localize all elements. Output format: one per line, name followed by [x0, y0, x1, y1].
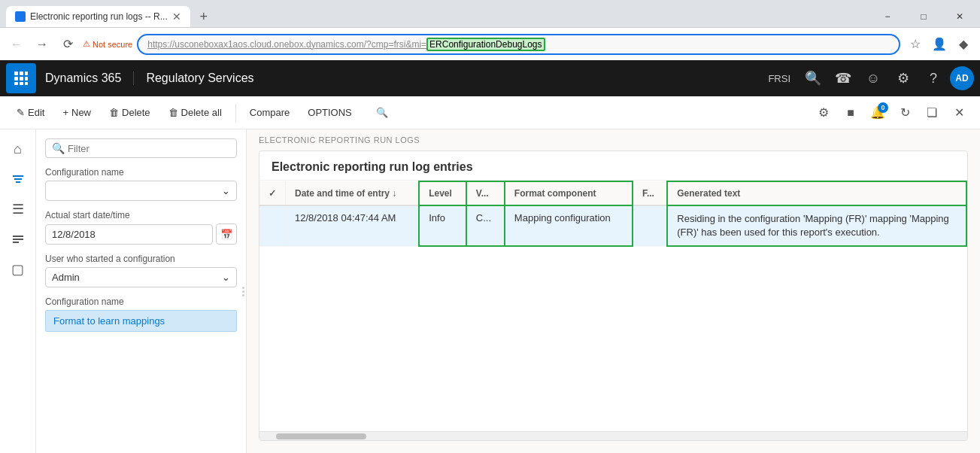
user-label: User who started a configuration	[45, 254, 237, 264]
cmd-right-icons: ⚙ ■ 🔔 0 ↻ ❏ ✕	[812, 101, 971, 125]
minimize-button[interactable]: −	[870, 6, 905, 27]
dynamics-365-label: Dynamics 365	[42, 71, 134, 85]
close-button[interactable]: ✕	[942, 6, 977, 27]
home-sidebar-button[interactable]: ⌂	[5, 135, 32, 163]
v-column-header[interactable]: V...	[466, 181, 505, 205]
app-bar: Dynamics 365 Regulatory Services FRSI 🔍 …	[0, 60, 980, 96]
tab-close-button[interactable]: ✕	[172, 11, 181, 23]
horizontal-scrollbar[interactable]	[259, 431, 967, 440]
user-avatar[interactable]: AD	[950, 66, 974, 90]
settings-button[interactable]: ⚙	[890, 65, 917, 92]
filter-search-input[interactable]	[68, 143, 230, 154]
new-button[interactable]: + New	[55, 102, 99, 123]
bookmark-button[interactable]: ☆	[905, 34, 926, 55]
start-date-input[interactable]	[45, 224, 213, 245]
config-name-chevron-icon: ⌄	[222, 185, 230, 196]
options-label: OPTIONS	[308, 107, 352, 118]
edit-button[interactable]: ✎ Edit	[9, 102, 52, 123]
forward-button[interactable]: →	[32, 34, 53, 55]
format-component-cell: Mapping configuration	[505, 205, 633, 246]
regulatory-services-label: Regulatory Services	[134, 71, 253, 85]
list-sidebar-button[interactable]: ☰	[5, 196, 32, 223]
settings-cmd-button[interactable]: ⚙	[812, 101, 836, 125]
options-button[interactable]: OPTIONS	[300, 102, 360, 123]
tab-favicon	[15, 11, 26, 22]
start-date-label: Actual start date/time	[45, 210, 237, 220]
help-button[interactable]: ?	[920, 65, 947, 92]
svg-rect-8	[25, 82, 28, 85]
delete-all-label: Delete all	[181, 107, 222, 118]
url-highlighted-part: ERConfigurationDebugLogs	[426, 38, 545, 51]
table-row[interactable]: 12/8/2018 04:47:44 AM Info C... Mapping …	[259, 205, 966, 246]
cmd-separator	[235, 104, 236, 122]
data-sidebar-button[interactable]: ▢	[5, 256, 32, 283]
address-bar-icons: ☆ 👤 ◆	[905, 34, 974, 55]
browser-tab[interactable]: Electronic reporting run logs -- R... ✕	[6, 6, 190, 27]
search-app-button[interactable]: 🔍	[799, 65, 827, 92]
notification-count: 0	[878, 102, 888, 113]
scroll-thumb[interactable]	[276, 433, 366, 439]
office-button[interactable]: ■	[839, 101, 863, 125]
level-column-header[interactable]: Level	[419, 181, 466, 205]
level-header-label: Level	[429, 188, 452, 199]
generated-text-cell: Residing in the configuration 'Mapping (…	[667, 205, 966, 246]
svg-rect-1	[20, 71, 23, 75]
expand-button[interactable]: ❏	[920, 101, 944, 125]
v-cell: C...	[466, 205, 505, 246]
close-panel-button[interactable]: ✕	[947, 101, 971, 125]
address-bar: ← → ⟳ ⚠ Not secure https://usconeboxax1a…	[0, 27, 980, 60]
user-chevron-icon: ⌄	[222, 272, 230, 283]
main-layout: ⌂ ☰ ▢ 🔍 Configuration name	[0, 129, 980, 453]
resize-dot-2	[242, 290, 244, 293]
level-cell: Info	[419, 205, 466, 246]
generated-text-header-label: Generated text	[677, 188, 740, 199]
datetime-header-label: Date and time of entry ↓	[295, 188, 396, 199]
format-component-column-header[interactable]: Format component	[505, 181, 633, 205]
datetime-column-header[interactable]: Date and time of entry ↓	[286, 181, 420, 205]
start-date-row: 📅	[45, 223, 237, 245]
smiley-button[interactable]: ☺	[860, 65, 887, 92]
delete-all-button[interactable]: 🗑 Delete all	[161, 102, 229, 123]
datetime-cell: 12/8/2018 04:47:44 AM	[286, 205, 420, 246]
filter-sidebar-button[interactable]	[5, 166, 32, 193]
tab-title: Electronic reporting run logs -- R...	[30, 11, 168, 22]
resize-handle[interactable]	[240, 129, 246, 453]
filter-search-box[interactable]: 🔍	[45, 138, 237, 158]
pin-sidebar-button[interactable]	[5, 226, 32, 253]
new-icon: +	[62, 107, 68, 118]
chat-button[interactable]: ☎	[830, 65, 857, 92]
search-icon: 🔍	[376, 107, 388, 118]
generated-text-column-header[interactable]: Generated text	[667, 181, 966, 205]
address-input[interactable]: https://usconeboxax1aos.cloud.onebox.dyn…	[137, 34, 900, 55]
extensions-button[interactable]: ◆	[953, 34, 974, 55]
new-label: New	[71, 107, 91, 118]
profile-button[interactable]: 👤	[929, 34, 950, 55]
compare-button[interactable]: Compare	[242, 102, 297, 123]
entries-title: Electronic reporting run log entries	[259, 151, 967, 181]
user-dropdown[interactable]: Admin ⌄	[45, 267, 237, 287]
delete-button[interactable]: 🗑 Delete	[102, 102, 158, 123]
maximize-button[interactable]: □	[906, 6, 941, 27]
config-name2-section: Configuration name Format to learn mappi…	[45, 296, 237, 332]
new-tab-button[interactable]: +	[193, 6, 214, 27]
refresh-button[interactable]: ⟳	[57, 34, 78, 55]
refresh-cmd-button[interactable]: ↻	[893, 101, 917, 125]
resize-dot-1	[242, 287, 244, 289]
sidebar-icons: ⌂ ☰ ▢	[0, 129, 36, 453]
table-container[interactable]: ✓ Date and time of entry ↓ Level V...	[259, 181, 967, 431]
config-item[interactable]: Format to learn mappings	[45, 310, 237, 332]
notification-badge-container: 🔔 0	[866, 101, 890, 125]
config-name-label: Configuration name	[45, 167, 237, 178]
f-header-label: F...	[642, 188, 654, 199]
waffle-button[interactable]	[6, 63, 36, 93]
content-area: ELECTRONIC REPORTING RUN LOGS Electronic…	[247, 129, 980, 453]
back-button[interactable]: ←	[6, 34, 27, 55]
config-name-dropdown[interactable]: ⌄	[45, 181, 237, 201]
svg-rect-4	[20, 77, 23, 81]
filter-panel: 🔍 Configuration name ⌄ Actual start date…	[36, 129, 247, 453]
calendar-button[interactable]: 📅	[216, 223, 237, 245]
command-search-button[interactable]: 🔍	[369, 102, 396, 123]
f-column-header[interactable]: F...	[633, 181, 667, 205]
command-bar: ✎ Edit + New 🗑 Delete 🗑 Delete all Compa…	[0, 96, 980, 129]
svg-rect-6	[14, 82, 18, 85]
